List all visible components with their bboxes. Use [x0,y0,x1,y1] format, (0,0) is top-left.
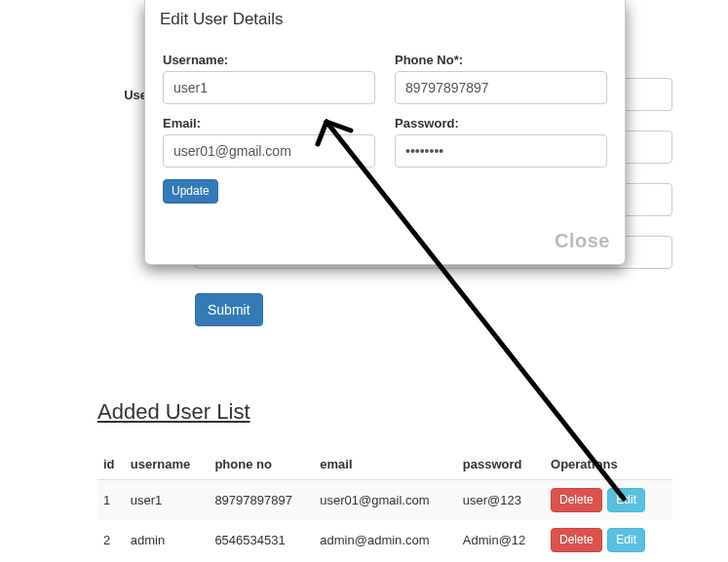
table-row: 2 admin 6546534531 admin@admin.com Admin… [97,520,672,560]
modal-body: Username: Phone No*: Email: Password: Up… [145,41,625,218]
edit-button[interactable]: Edit [607,488,645,512]
modal-phone-label: Phone No*: [395,53,607,67]
cell-password: Admin@12 [457,520,545,560]
modal-footer: Close [145,218,625,264]
th-username: username [125,449,210,480]
update-button[interactable]: Update [163,179,218,204]
modal-username-label: Username: [163,53,375,67]
submit-button[interactable]: Submit [195,293,263,326]
cell-username: admin [125,520,210,560]
cell-id: 2 [97,520,125,560]
edit-user-modal: Edit User Details Username: Phone No*: E… [144,0,626,265]
user-list-title: Added User List [97,399,672,425]
cell-email: admin@admin.com [314,520,456,560]
th-operations: Operations [545,449,672,480]
th-email: email [314,449,456,480]
modal-title: Edit User Details [160,10,610,29]
modal-email-label: Email: [163,116,375,131]
cell-operations: Delete Edit [545,520,672,560]
th-id: id [97,449,125,480]
cell-phone: 6546534531 [209,520,314,560]
table-row: 1 user1 89797897897 user01@gmail.com use… [97,480,672,521]
th-password: password [457,449,545,480]
cell-id: 1 [97,480,125,521]
cell-phone: 89797897897 [209,480,314,521]
modal-phone-input[interactable] [395,71,607,104]
delete-button[interactable]: Delete [551,488,602,512]
modal-password-input[interactable] [395,134,607,168]
close-button[interactable]: Close [555,230,610,251]
edit-button[interactable]: Edit [607,528,645,552]
modal-password-label: Password: [395,116,607,131]
cell-email: user01@gmail.com [314,480,456,521]
modal-header: Edit User Details [145,0,625,41]
modal-username-input[interactable] [163,71,375,104]
cell-operations: Delete Edit [545,480,672,521]
cell-password: user@123 [457,480,545,521]
user-list-section: Added User List id username phone no ema… [97,399,672,560]
cell-username: user1 [125,480,210,521]
user-table: id username phone no email password Oper… [97,449,672,560]
modal-email-input[interactable] [163,134,375,168]
th-phone: phone no [209,449,314,480]
delete-button[interactable]: Delete [551,528,602,552]
